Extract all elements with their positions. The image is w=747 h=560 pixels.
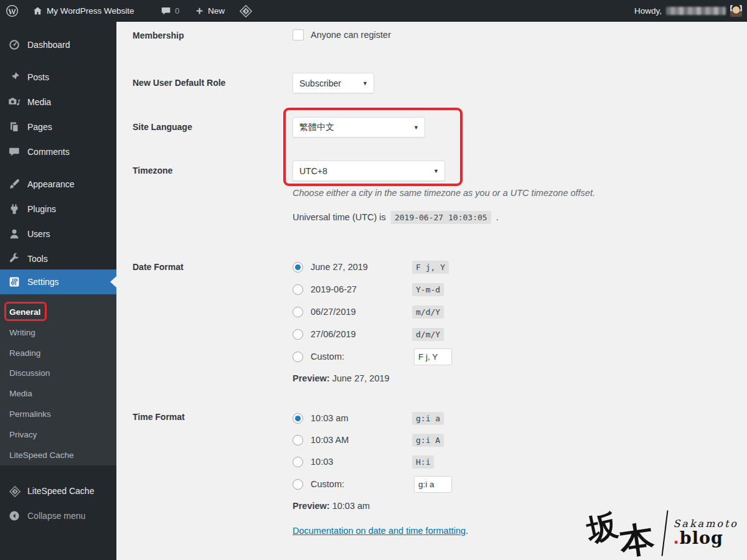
watermark-divider <box>662 510 669 556</box>
documentation-link[interactable]: Documentation on date and time formattin… <box>293 526 466 536</box>
sidebar-item-label: LiteSpeed Cache <box>27 486 94 496</box>
sidebar-item-settings[interactable]: Settings <box>0 269 116 294</box>
submenu-privacy[interactable]: Privacy <box>0 426 116 443</box>
submenu-discussion[interactable]: Discussion <box>0 365 116 381</box>
default-role-select[interactable]: Subscriber ▼ <box>293 73 374 93</box>
new-label: New <box>208 6 225 16</box>
timezone-select[interactable]: UTC+8 ▼ <box>293 161 445 181</box>
submenu-permalinks[interactable]: Permalinks <box>0 406 116 422</box>
litespeed-icon <box>8 485 21 497</box>
time-format-custom-radio[interactable] <box>293 479 303 490</box>
date-format-custom-radio[interactable] <box>293 352 303 362</box>
documentation-line: Documentation on date and time formattin… <box>293 526 468 536</box>
sidebar-item-label: Collapse menu <box>27 511 85 521</box>
sidebar-item-tools[interactable]: Tools <box>0 248 116 269</box>
time-format-option: 10:03 <box>293 454 333 469</box>
active-menu-arrow <box>110 276 116 287</box>
sidebar-item-label: Tools <box>27 254 48 264</box>
settings-icon <box>8 276 21 288</box>
timezone-description: Choose either a city in the same timezon… <box>293 188 595 198</box>
new-content-button[interactable]: New <box>195 0 225 22</box>
time-format-label: Time Format <box>133 412 185 422</box>
date-format-code: F j, Y <box>412 261 449 274</box>
date-format-radio[interactable] <box>293 262 303 273</box>
sidebar-item-label: Pages <box>27 122 52 132</box>
time-format-radio[interactable] <box>293 457 303 467</box>
anyone-can-register-checkbox[interactable] <box>293 29 304 40</box>
date-format-option: 27/06/2019 <box>293 327 356 342</box>
sidebar-item-comments[interactable]: Comments <box>0 141 116 162</box>
sidebar-item-pages[interactable]: Pages <box>0 116 116 138</box>
wrench-icon <box>8 253 21 265</box>
account-menu[interactable]: Howdy, <box>634 0 742 22</box>
caret-down-icon: ▼ <box>362 80 368 86</box>
submenu-reading[interactable]: Reading <box>0 345 116 362</box>
user-icon <box>8 228 21 240</box>
submenu-writing[interactable]: Writing <box>0 324 116 341</box>
date-format-code: Y-m-d <box>412 283 444 296</box>
sidebar-item-appearance[interactable]: Appearance <box>0 174 116 195</box>
dashboard-icon <box>8 39 21 51</box>
checkbox-label: Anyone can register <box>311 30 391 40</box>
date-format-radio[interactable] <box>293 329 303 340</box>
date-format-radio[interactable] <box>293 284 303 295</box>
sidebar-item-users[interactable]: Users <box>0 223 116 245</box>
time-format-code: g:i a <box>412 412 444 425</box>
sidebar-item-label: Settings <box>27 277 59 287</box>
time-format-custom-option: Custom: <box>293 477 344 492</box>
sidebar-item-label: Comments <box>27 147 70 157</box>
submenu-media[interactable]: Media <box>0 385 116 402</box>
caret-down-icon: ▼ <box>433 168 439 174</box>
default-role-label: New User Default Role <box>133 78 225 88</box>
time-format-radio[interactable] <box>293 413 303 424</box>
plus-icon <box>195 6 204 16</box>
sidebar-item-plugins[interactable]: Plugins <box>0 198 116 220</box>
date-format-code: m/d/Y <box>412 306 444 319</box>
media-icon <box>8 96 21 108</box>
date-format-code: d/m/Y <box>412 328 444 341</box>
sidebar-item-litespeed-cache[interactable]: LiteSpeed Cache <box>0 480 116 502</box>
comment-icon <box>161 6 171 16</box>
site-language-select[interactable]: 繁體中文 ▼ <box>293 117 425 138</box>
membership-label: Membership <box>133 30 184 40</box>
submenu-general[interactable]: General <box>0 304 116 320</box>
sidebar-item-dashboard[interactable]: Dashboard <box>0 34 116 55</box>
time-format-code: g:i A <box>412 434 444 447</box>
date-format-option: 06/27/2019 <box>293 304 356 319</box>
sidebar-item-media[interactable]: Media <box>0 91 116 113</box>
site-name[interactable]: My WordPress Website <box>47 6 134 16</box>
time-format-custom-input[interactable] <box>414 476 452 493</box>
wordpress-logo-icon[interactable] <box>6 0 19 22</box>
comments-bubble[interactable]: 0 <box>161 0 179 22</box>
time-format-code: H:i <box>412 455 434 469</box>
howdy-label: Howdy, <box>634 6 662 16</box>
plug-icon <box>8 203 21 215</box>
time-preview: Preview: 10:03 am <box>293 501 370 511</box>
timezone-label: Timezone <box>133 166 172 175</box>
time-format-option: 10:03 AM <box>293 432 349 447</box>
pushpin-icon <box>8 71 21 83</box>
visit-site[interactable]: My WordPress Website <box>32 0 134 22</box>
utc-time-value: 2019-06-27 10:03:05 <box>391 211 491 224</box>
sidebar-item-label: Dashboard <box>27 40 70 50</box>
sidebar-item-label: Posts <box>27 72 49 82</box>
sidebar-item-posts[interactable]: Posts <box>0 67 116 88</box>
sidebar-item-label: Plugins <box>27 204 56 214</box>
collapse-menu-button[interactable]: Collapse menu <box>0 505 116 526</box>
date-format-custom-input[interactable] <box>414 348 452 365</box>
submenu-litespeed-cache[interactable]: LiteSpeed Cache <box>0 447 116 464</box>
admin-bar: My WordPress Website 0 New Howdy, <box>0 0 747 22</box>
pages-icon <box>8 121 21 133</box>
utc-time-line: Universal time (UTC) is 2019-06-27 10:03… <box>293 212 499 222</box>
date-format-option: 2019-06-27 <box>293 282 357 297</box>
litespeed-adminbar-icon[interactable] <box>238 0 253 22</box>
date-format-custom-option: Custom: <box>293 349 344 364</box>
sidebar-item-label: Appearance <box>27 179 75 189</box>
settings-submenu: General Writing Reading Discussion Media… <box>0 294 116 465</box>
brush-icon <box>8 178 21 190</box>
date-format-label: Date Format <box>133 262 184 272</box>
date-format-option: June 27, 2019 <box>293 259 368 274</box>
date-format-radio[interactable] <box>293 307 303 317</box>
home-icon <box>32 6 43 16</box>
time-format-radio[interactable] <box>293 435 303 446</box>
